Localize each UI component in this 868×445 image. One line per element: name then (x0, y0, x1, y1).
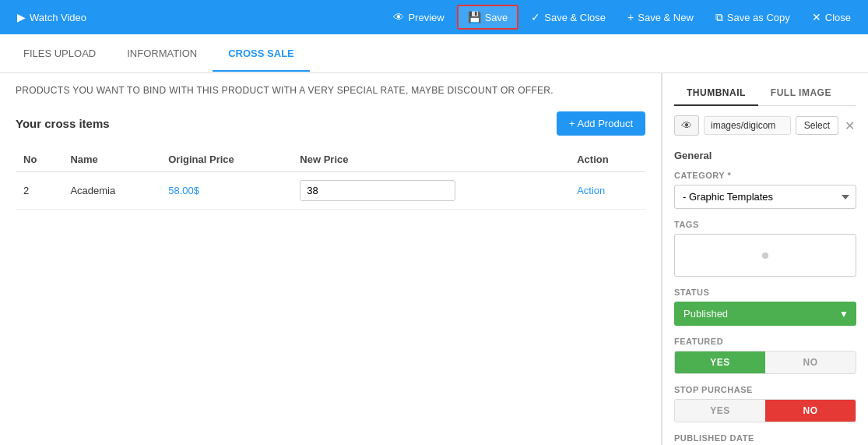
copy-icon: ⧉ (715, 11, 723, 24)
category-select[interactable]: - Graphic Templates Templates Graphics F… (674, 185, 856, 209)
add-product-button[interactable]: + Add Product (557, 111, 645, 136)
video-icon: ▶ (17, 11, 26, 23)
save-button[interactable]: 💾 Save (457, 5, 519, 30)
tab-information[interactable]: INFORMATION (111, 37, 213, 72)
cell-original-price: 58.00$ (160, 172, 292, 210)
col-no: No (16, 147, 62, 172)
preview-button[interactable]: 👁 Preview (384, 6, 453, 28)
eye-icon: 👁 (393, 11, 404, 23)
published-date-field-group: PUBLISHED DATE (674, 433, 856, 443)
close-button[interactable]: ✕ Close (803, 6, 860, 28)
tags-input[interactable] (674, 234, 856, 277)
col-original-price: Original Price (160, 147, 292, 172)
image-path-row: 👁 images/digicom Select ✕ (674, 115, 856, 136)
image-path: images/digicom (704, 116, 791, 135)
table-row: 2 Academia 58.00$ Action (16, 172, 645, 210)
save-new-button[interactable]: + Save & New (618, 6, 703, 28)
col-action: Action (569, 147, 645, 172)
status-select[interactable]: Published Draft (674, 302, 856, 326)
top-bar: ▶ Watch Video 👁 Preview 💾 Save ✓ Save & … (0, 0, 868, 34)
stop-purchase-no-button[interactable]: NO (765, 400, 856, 422)
plus-icon: + (627, 11, 634, 23)
left-panel: PRODUCTS YOU WANT TO BIND WITH THIS PROD… (0, 73, 662, 445)
main-layout: PRODUCTS YOU WANT TO BIND WITH THIS PROD… (0, 73, 868, 445)
save-copy-button[interactable]: ⧉ Save as Copy (706, 6, 799, 29)
check-icon: ✓ (531, 11, 540, 23)
status-label: STATUS (674, 288, 856, 297)
tab-thumbnail[interactable]: THUMBNAIL (674, 81, 758, 106)
eye-preview-button[interactable]: 👁 (674, 115, 699, 136)
general-section-title: General (674, 147, 856, 161)
stop-purchase-field-group: STOP PURCHASE YES NO (674, 385, 856, 422)
tab-cross-sale[interactable]: CROSS SALE (213, 37, 310, 72)
cross-items-header: Your cross items + Add Product (16, 111, 645, 136)
cross-items-title: Your cross items (16, 117, 110, 130)
watch-video-button[interactable]: ▶ Watch Video (8, 6, 96, 28)
tags-dot (762, 253, 768, 259)
col-name: Name (62, 147, 160, 172)
featured-no-button[interactable]: NO (765, 351, 856, 373)
featured-field-group: FEATURED YES NO (674, 337, 856, 374)
items-table: No Name Original Price New Price Action … (16, 147, 645, 210)
clear-image-button[interactable]: ✕ (843, 118, 856, 133)
save-close-button[interactable]: ✓ Save & Close (522, 6, 615, 28)
col-new-price: New Price (292, 147, 569, 172)
stop-purchase-toggle: YES NO (674, 399, 856, 422)
new-price-input[interactable] (300, 180, 455, 201)
right-panel: THUMBNAIL FULL IMAGE 👁 images/digicom Se… (662, 73, 868, 445)
cell-no: 2 (16, 172, 62, 210)
tab-full-image[interactable]: FULL IMAGE (758, 81, 844, 106)
stop-purchase-yes-button[interactable]: YES (675, 400, 765, 422)
select-image-button[interactable]: Select (796, 116, 838, 135)
close-icon: ✕ (812, 11, 821, 23)
category-field-group: CATEGORY * - Graphic Templates Templates… (674, 171, 856, 209)
featured-label: FEATURED (674, 337, 856, 346)
status-field-group: STATUS Published Draft ▼ (674, 288, 856, 326)
category-label: CATEGORY * (674, 171, 856, 180)
cell-new-price (292, 172, 569, 210)
info-text: PRODUCTS YOU WANT TO BIND WITH THIS PROD… (16, 85, 645, 96)
featured-yes-button[interactable]: YES (675, 351, 765, 373)
published-date-label: PUBLISHED DATE (674, 433, 856, 443)
tags-label: TAGS (674, 220, 856, 229)
stop-purchase-label: STOP PURCHASE (674, 385, 856, 394)
tab-files-upload[interactable]: FILES UPLOAD (8, 37, 111, 72)
image-tabs: THUMBNAIL FULL IMAGE (674, 81, 856, 106)
tags-field-group: TAGS (674, 220, 856, 277)
featured-toggle: YES NO (674, 351, 856, 374)
status-select-wrap: Published Draft ▼ (674, 302, 856, 326)
cell-name: Academia (62, 172, 160, 210)
tabs-bar: FILES UPLOAD INFORMATION CROSS SALE (0, 34, 868, 73)
cell-action[interactable]: Action (569, 172, 645, 210)
save-icon: 💾 (468, 11, 481, 23)
